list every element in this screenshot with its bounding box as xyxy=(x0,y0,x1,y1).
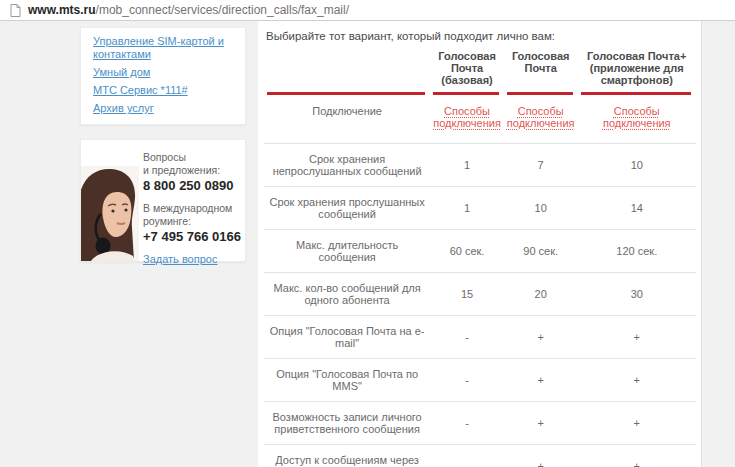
cell-value: - xyxy=(430,315,504,358)
cell-value: + xyxy=(504,401,578,444)
table-row: Возможность записи личного приветственно… xyxy=(264,401,696,444)
sidebar-links-card: Управление SIM-картой и контактами Умный… xyxy=(80,27,246,125)
header-voicemail-plus: Голосовая Почта+ (приложение для смартфо… xyxy=(578,44,697,95)
questions-label: Вопросы и предложения: xyxy=(143,151,241,177)
cell-value: - xyxy=(430,401,504,444)
sidebar-item-services-archive[interactable]: Архив услуг xyxy=(93,102,233,115)
connection-methods-link[interactable]: Способы подключения xyxy=(581,105,694,129)
cell-value: + xyxy=(504,315,578,358)
table-row: Опция "Голосовая Почта по MMS" - + + xyxy=(264,358,696,401)
intro-text: Выбирайте тот вариант, который подходит … xyxy=(266,30,696,42)
header-voicemail: Голосовая Почта xyxy=(504,44,578,95)
connection-methods-link[interactable]: Способы подключения xyxy=(433,105,501,129)
contact-card: Вопросы и предложения: 8 800 250 0890 В … xyxy=(80,139,246,262)
browser-address-bar[interactable]: www.mts.ru/mob_connect/services/directio… xyxy=(0,0,735,21)
table-header-row: Голосовая Почта (базовая) Голосовая Почт… xyxy=(264,44,696,95)
cell-value: 120 сек. xyxy=(578,229,697,272)
url-host: www.mts.ru xyxy=(28,3,96,17)
cell-value: - xyxy=(430,358,504,401)
cell-value: 7 xyxy=(504,143,578,186)
comparison-table: Голосовая Почта (базовая) Голосовая Почт… xyxy=(264,44,696,467)
table-row: Опция "Голосовая Почта на e-mail" - + + xyxy=(264,315,696,358)
cell-value: + xyxy=(578,315,697,358)
table-row-connection: Подключение Способы подключения Способы … xyxy=(264,95,696,143)
table-row: Доступ к сообщениям через web - + + xyxy=(264,444,696,467)
table-row: Макс. длительность сообщения 60 сек. 90 … xyxy=(264,229,696,272)
sidebar-item-mts-service[interactable]: МТС Сервис *111# xyxy=(93,84,233,97)
row-label: Срок хранения непрослушанных сообщений xyxy=(264,143,430,186)
table-row: Макс. кол-во сообщений для одного абонен… xyxy=(264,272,696,315)
page-icon xyxy=(10,4,21,17)
header-empty xyxy=(264,44,430,95)
cell-value: + xyxy=(578,401,697,444)
phone-roaming: +7 495 766 0166 xyxy=(143,229,241,245)
cell-value: + xyxy=(504,358,578,401)
roaming-label: В международном роуминге: xyxy=(143,202,241,228)
cell-value: - xyxy=(430,444,504,467)
row-label: Макс. длительность сообщения xyxy=(264,229,430,272)
table-row: Срок хранения непрослушанных сообщений 1… xyxy=(264,143,696,186)
row-label: Срок хранения прослушанных сообщений xyxy=(264,186,430,229)
cell-value: 1 xyxy=(430,186,504,229)
cell-value: 20 xyxy=(504,272,578,315)
cell-value: Способы подключения xyxy=(430,95,504,143)
row-label: Опция "Голосовая Почта на e-mail" xyxy=(264,315,430,358)
sidebar: Управление SIM-картой и контактами Умный… xyxy=(80,27,246,262)
row-label: Опция "Голосовая Почта по MMS" xyxy=(264,358,430,401)
row-label: Подключение xyxy=(264,95,430,143)
url-text[interactable]: www.mts.ru/mob_connect/services/directio… xyxy=(28,3,349,17)
cell-value: 1 xyxy=(430,143,504,186)
cell-value: Способы подключения xyxy=(504,95,578,143)
cell-value: + xyxy=(504,444,578,467)
cell-value: 30 xyxy=(578,272,697,315)
cell-value: 10 xyxy=(578,143,697,186)
cell-value: 14 xyxy=(578,186,697,229)
main-content: Выбирайте тот вариант, который подходит … xyxy=(258,21,702,467)
cell-value: + xyxy=(578,444,697,467)
connection-methods-link[interactable]: Способы подключения xyxy=(507,105,575,129)
cell-value: 15 xyxy=(430,272,504,315)
cell-value: 90 сек. xyxy=(504,229,578,272)
sidebar-item-sim-management[interactable]: Управление SIM-картой и контактами xyxy=(93,35,233,61)
support-agent-photo xyxy=(81,166,139,261)
contact-info: Вопросы и предложения: 8 800 250 0890 В … xyxy=(143,140,245,275)
cell-value: + xyxy=(578,358,697,401)
ask-question-link[interactable]: Задать вопрос xyxy=(143,253,217,265)
header-voicemail-basic: Голосовая Почта (базовая) xyxy=(430,44,504,95)
row-label: Макс. кол-во сообщений для одного абонен… xyxy=(264,272,430,315)
row-label: Возможность записи личного приветственно… xyxy=(264,401,430,444)
cell-value: 10 xyxy=(504,186,578,229)
cell-value: 60 сек. xyxy=(430,229,504,272)
url-path: /mob_connect/services/direction_calls/fa… xyxy=(96,3,349,17)
cell-value: Способы подключения xyxy=(578,95,697,143)
sidebar-item-smart-home[interactable]: Умный дом xyxy=(93,66,233,79)
phone-main: 8 800 250 0890 xyxy=(143,178,241,194)
table-row: Срок хранения прослушанных сообщений 1 1… xyxy=(264,186,696,229)
row-label: Доступ к сообщениям через web xyxy=(264,444,430,467)
